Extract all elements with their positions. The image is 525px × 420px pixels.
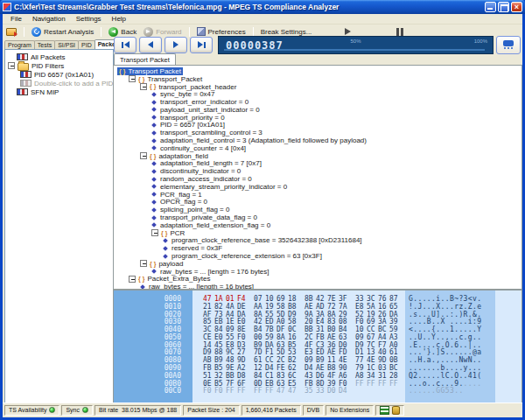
expander-icon[interactable] bbox=[140, 260, 147, 267]
hex-row[interactable]: 0050CEE055F000598A162CFBAE630967A4A3..U.… bbox=[114, 333, 522, 341]
window-controls: × bbox=[485, 2, 522, 12]
tab-pid[interactable]: PID bbox=[78, 40, 95, 49]
tab-transport-packet[interactable]: Transport Packet bbox=[114, 53, 176, 66]
hex-byte: FB bbox=[316, 333, 327, 341]
hex-row[interactable]: 00C0F0F0FFFFFFFF47473533D0D4......GG53.. bbox=[114, 388, 522, 396]
hex-row[interactable]: 00403C84098EB47BDF0CBB31B0B410CCBC59<...… bbox=[114, 326, 522, 333]
expander-icon[interactable] bbox=[140, 83, 147, 90]
detail-tree-row[interactable]: elementary_stream_priority_indicator = 0 bbox=[114, 183, 522, 191]
detail-tree-row[interactable]: transport_private_data_flag = 0 bbox=[114, 214, 522, 221]
hex-byte: 12 bbox=[254, 364, 265, 372]
menu-help[interactable]: Help bbox=[107, 15, 131, 23]
maximize-button[interactable] bbox=[498, 2, 509, 12]
tab-program[interactable]: Program bbox=[4, 40, 35, 49]
last-packet-button[interactable] bbox=[190, 37, 213, 53]
detail-tree-row[interactable]: random_access_indicator = 0 bbox=[114, 175, 522, 183]
title-bar: C:\Xfer\Test Streams\Grabber Test Stream… bbox=[0, 0, 525, 14]
hex-row[interactable]: 0020AF73A4DA8A555DD99A3A8A29521926DA.s..… bbox=[114, 311, 522, 318]
selected-node[interactable]: { }Transport Packet bbox=[117, 67, 183, 75]
packet-position-display[interactable]: 00000387 50% 100% bbox=[218, 36, 494, 54]
detail-tree-row[interactable]: transport_priority = 0 bbox=[114, 114, 522, 122]
detail-tree-row[interactable]: adaptation_field_extension_flag = 0 bbox=[114, 221, 522, 229]
detail-tree-row[interactable]: sync_byte = 0x47 bbox=[114, 90, 522, 98]
hex-byte: DA bbox=[265, 341, 276, 349]
tab-tests[interactable]: Tests bbox=[34, 40, 55, 49]
expander-icon[interactable] bbox=[129, 276, 136, 283]
previous-packet-button[interactable] bbox=[139, 37, 162, 53]
seek-track[interactable] bbox=[224, 49, 485, 51]
expander-icon[interactable] bbox=[129, 75, 136, 82]
next-packet-button[interactable] bbox=[164, 37, 187, 53]
hex-row[interactable]: 00B00EB57F6F0DEB63E5FB8D39F0FFFFFFFF...o… bbox=[114, 380, 522, 388]
detail-tree-row[interactable]: payload_unit_start_indicator = 0 bbox=[114, 106, 522, 114]
hex-byte: D1 bbox=[355, 348, 367, 356]
left-tree-item[interactable]: PID Filters bbox=[5, 61, 113, 70]
detail-tree-row[interactable]: { }Transport Packet bbox=[114, 67, 522, 75]
hex-byte: 84 bbox=[254, 372, 265, 380]
detail-tree-row[interactable]: OPCR_flag = 0 bbox=[114, 199, 522, 206]
hex-row[interactable]: 0000471A01F4071069188B427E3F333C7687G...… bbox=[114, 295, 522, 303]
hex-byte: 79 bbox=[355, 364, 367, 372]
tab-sipsi[interactable]: SI/PSI bbox=[54, 40, 79, 49]
menu-file[interactable]: File bbox=[5, 15, 27, 23]
hex-row[interactable]: 0080ABB9489D61CC2CB209B9114E774E9D0B..H.… bbox=[114, 356, 522, 364]
detail-tree-row[interactable]: raw_bytes = ... [length = 16 bytes] bbox=[114, 283, 522, 290]
hex-byte: 87 bbox=[389, 295, 401, 303]
left-tree-item[interactable]: PID 6657 (0x1A01) bbox=[5, 70, 113, 79]
expander-icon[interactable] bbox=[8, 62, 15, 69]
detail-tree-row[interactable]: { }Transport_Packet bbox=[114, 75, 522, 83]
left-tree-item[interactable]: Double-click to add a PID filter bbox=[5, 79, 113, 88]
detail-tree-row[interactable]: { }adaptation_field bbox=[114, 152, 522, 160]
play-button[interactable] bbox=[345, 28, 351, 35]
detail-tree-row[interactable]: program_clock_reference_base = 352643238… bbox=[114, 237, 522, 245]
detail-tree-row[interactable]: discontinuity_indicator = 0 bbox=[114, 167, 522, 175]
hex-byte: B4 bbox=[254, 326, 265, 333]
open-file-button[interactable] bbox=[3, 28, 20, 36]
expander-icon[interactable] bbox=[140, 152, 147, 159]
detail-tree-row[interactable]: transport_scrambling_control = 3 bbox=[114, 129, 522, 136]
left-tree-item[interactable]: All Packets bbox=[5, 52, 113, 61]
goto-packet-button[interactable] bbox=[496, 36, 521, 54]
hex-byte: ED bbox=[316, 348, 327, 356]
detail-tree-row[interactable]: PCR_flag = 1 bbox=[114, 191, 522, 199]
detail-tree-row[interactable]: { }Packet_Extra_Bytes bbox=[114, 276, 522, 284]
hex-byte: 13 bbox=[367, 348, 378, 356]
close-button[interactable]: × bbox=[511, 2, 522, 12]
hex-byte: BC bbox=[378, 326, 389, 333]
menu-navigation[interactable]: Navigation bbox=[27, 15, 71, 23]
menu-bar: File Navigation Settings Help bbox=[3, 14, 522, 24]
menu-settings[interactable]: Settings bbox=[71, 15, 107, 23]
detail-tree-row[interactable]: splicing_point_flag = 0 bbox=[114, 206, 522, 214]
hex-byte: 47 bbox=[276, 387, 288, 395]
left-tree-item[interactable]: SFN MIP bbox=[5, 88, 113, 96]
hex-byte: 16 bbox=[288, 333, 299, 341]
detail-tree-row[interactable]: program_clock_reference_extension = 63 [… bbox=[114, 252, 522, 260]
hex-byte: CC bbox=[367, 326, 378, 333]
detail-tree-row[interactable]: { }payload bbox=[114, 260, 522, 268]
hex-ascii-extra: .... bbox=[464, 380, 482, 388]
minimize-button[interactable] bbox=[485, 2, 496, 12]
detail-tree-row[interactable]: { }transport_packet_header bbox=[114, 83, 522, 91]
hex-byte: 09 bbox=[304, 356, 316, 364]
detail-tree-row[interactable]: PID = 6657 [0x1A01] bbox=[114, 122, 522, 130]
hex-row[interactable]: 00A05132BBD884C1836C43D64FA6A8343128Q2..… bbox=[114, 372, 522, 380]
first-packet-button[interactable] bbox=[114, 37, 136, 53]
detail-tree-row[interactable]: adaptation_field_control = 3 (Adaptation… bbox=[114, 136, 522, 144]
hex-row[interactable]: 001021824ADEAA1958B8AEAD727AE85A1665!.J.… bbox=[114, 303, 522, 311]
hex-row[interactable]: 003085EB1EE042EDA05820E48308F0693A39....… bbox=[114, 318, 522, 326]
hex-byte: 7B bbox=[265, 326, 276, 333]
detail-tree-row[interactable]: continuity_counter = 4 [0x4] bbox=[114, 144, 522, 152]
detail-tree-row[interactable]: transport_error_indicator = 0 bbox=[114, 98, 522, 106]
detail-tree-row[interactable]: adaptation_field_length = 7 [0x7] bbox=[114, 160, 522, 168]
hex-row[interactable]: 0090FBB59EA212D4FE62D4AEB890791C03BC....… bbox=[114, 364, 522, 372]
hex-byte: 10 bbox=[265, 295, 276, 303]
hex-offset: 00B0 bbox=[114, 380, 192, 388]
detail-tree-row[interactable]: { }PCR bbox=[114, 229, 522, 237]
expander-icon[interactable] bbox=[151, 229, 158, 236]
hex-row[interactable]: 00601445E8D3B9DA63B54FC336D0D97CF7A0.E..… bbox=[114, 341, 522, 349]
detail-tree-row[interactable]: raw_bytes = ... [length = 176 bytes] bbox=[114, 268, 522, 276]
detail-tree-row[interactable]: reserved = 0x3F bbox=[114, 244, 522, 252]
hex-row[interactable]: 0070D9889C277DF15D53E3EDAEFDD1134061...'… bbox=[114, 349, 522, 357]
restart-analysis-button[interactable]: Restart Analysis bbox=[28, 27, 97, 37]
hex-byte: 8A bbox=[276, 333, 288, 341]
